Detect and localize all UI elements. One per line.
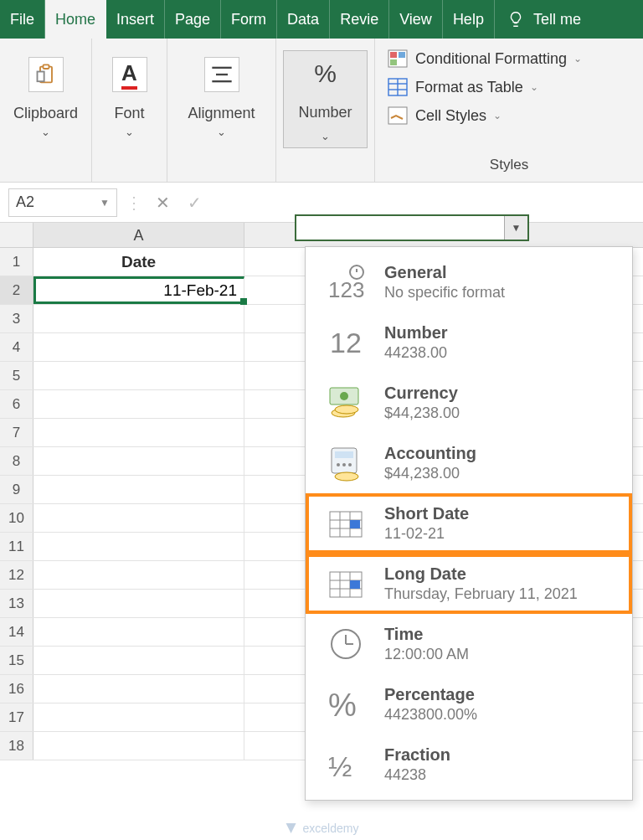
- chevron-down-icon: ⌄: [574, 53, 582, 64]
- select-all-corner[interactable]: [0, 223, 33, 247]
- cancel-formula-button[interactable]: ✕: [151, 191, 174, 214]
- row-header[interactable]: 10: [0, 504, 33, 532]
- svg-text:12: 12: [330, 327, 362, 358]
- accounting-icon: [322, 441, 369, 485]
- cell-styles-button[interactable]: Cell Styles ⌄: [383, 104, 635, 127]
- cell-styles-label: Cell Styles: [415, 107, 486, 125]
- svg-rect-1: [43, 64, 49, 69]
- format-option-number[interactable]: 12Number44238.00: [306, 312, 632, 373]
- cell-selected[interactable]: 11-Feb-21: [33, 276, 244, 304]
- cell-styles-icon: [387, 106, 409, 126]
- cell[interactable]: [33, 533, 244, 560]
- format-preview: 44238.00: [384, 344, 448, 362]
- tab-insert[interactable]: Insert: [106, 0, 165, 39]
- format-option-long-date[interactable]: Long DateThursday, February 11, 2021: [306, 554, 632, 614]
- row-header[interactable]: 8: [0, 447, 33, 475]
- cell[interactable]: [33, 419, 244, 446]
- tab-home[interactable]: Home: [45, 0, 106, 39]
- row-header[interactable]: 15: [0, 647, 33, 674]
- row-header[interactable]: 4: [0, 333, 33, 361]
- cell[interactable]: [33, 390, 244, 418]
- chevron-down-icon[interactable]: ▼: [100, 197, 110, 209]
- tab-formulas[interactable]: Form: [221, 0, 277, 39]
- cell[interactable]: [33, 618, 244, 646]
- number-format-input[interactable]: [296, 216, 504, 240]
- format-title: Percentage: [384, 685, 477, 704]
- row-header[interactable]: 7: [0, 419, 33, 446]
- cell[interactable]: [33, 590, 244, 617]
- cell[interactable]: [33, 305, 244, 332]
- group-font: A Font ⌄: [92, 39, 167, 182]
- format-option-percentage[interactable]: %Percentage4423800.00%: [306, 674, 632, 734]
- row-header[interactable]: 11: [0, 533, 33, 560]
- name-box[interactable]: A2 ▼: [8, 188, 117, 217]
- tab-file[interactable]: File: [0, 0, 45, 39]
- format-option-time[interactable]: Time12:00:00 AM: [306, 614, 632, 674]
- tell-me[interactable]: Tell me: [495, 0, 593, 39]
- cell[interactable]: [33, 476, 244, 503]
- cell[interactable]: [33, 732, 244, 760]
- cell[interactable]: [33, 647, 244, 674]
- format-title: Fraction: [384, 745, 450, 765]
- format-preview: $44,238.00: [384, 465, 476, 482]
- format-preview: Thursday, February 11, 2021: [384, 585, 578, 603]
- row-header[interactable]: 5: [0, 362, 33, 389]
- row-header[interactable]: 17: [0, 703, 33, 731]
- clipboard-button[interactable]: [7, 54, 85, 95]
- row-header[interactable]: 9: [0, 476, 33, 503]
- cell[interactable]: [33, 675, 244, 703]
- alignment-button[interactable]: [174, 54, 269, 95]
- row-header[interactable]: 6: [0, 390, 33, 418]
- cell[interactable]: [33, 447, 244, 475]
- chevron-down-icon[interactable]: ⌄: [217, 126, 226, 138]
- tab-page-layout[interactable]: Page: [165, 0, 221, 39]
- tab-review[interactable]: Revie: [330, 0, 389, 39]
- format-option-currency[interactable]: Currency$44,238.00: [306, 373, 632, 433]
- row-header[interactable]: 2: [0, 276, 33, 304]
- number-format-combobox[interactable]: ▼: [295, 214, 529, 241]
- chevron-down-icon[interactable]: ⌄: [125, 126, 134, 138]
- format-as-table-button[interactable]: Format as Table ⌄: [383, 75, 635, 99]
- format-preview: 4423800.00%: [384, 706, 477, 724]
- format-option-fraction[interactable]: ½Fraction44238: [306, 734, 632, 795]
- format-option-general[interactable]: 123GeneralNo specific format: [306, 252, 632, 312]
- time-icon: [322, 622, 369, 666]
- row-header[interactable]: 18: [0, 732, 33, 760]
- separator: ⋮: [126, 193, 142, 213]
- font-button[interactable]: A: [99, 54, 160, 95]
- cell[interactable]: [33, 362, 244, 389]
- alignment-label: Alignment: [188, 106, 255, 122]
- lightbulb-icon: [507, 10, 525, 28]
- cell[interactable]: [33, 561, 244, 589]
- cell[interactable]: [33, 703, 244, 731]
- chevron-down-icon[interactable]: ⌄: [41, 126, 50, 138]
- cell[interactable]: [33, 504, 244, 532]
- tab-data[interactable]: Data: [277, 0, 330, 39]
- format-preview: No specific format: [384, 284, 505, 301]
- row-header[interactable]: 3: [0, 305, 33, 332]
- format-preview: 44238: [384, 766, 450, 784]
- svg-rect-9: [390, 59, 397, 65]
- row-header[interactable]: 16: [0, 675, 33, 703]
- column-header-a[interactable]: A: [33, 223, 244, 247]
- svg-text:½: ½: [328, 750, 352, 782]
- row-header[interactable]: 12: [0, 561, 33, 589]
- format-option-accounting[interactable]: Accounting $44,238.00: [306, 433, 632, 493]
- format-option-short-date[interactable]: Short Date11-02-21: [306, 493, 632, 554]
- row-header[interactable]: 1: [0, 248, 33, 276]
- svg-point-26: [342, 463, 346, 466]
- name-box-value: A2: [16, 193, 34, 211]
- number-format-button[interactable]: % Number ⌄: [283, 50, 368, 148]
- font-icon: A: [112, 57, 147, 92]
- cell[interactable]: [33, 333, 244, 361]
- tab-view[interactable]: View: [389, 0, 443, 39]
- row-header[interactable]: 13: [0, 590, 33, 617]
- cell-header-date[interactable]: Date: [33, 248, 244, 276]
- row-header[interactable]: 14: [0, 618, 33, 646]
- chevron-down-icon[interactable]: ▼: [504, 216, 527, 240]
- tab-help[interactable]: Help: [443, 0, 495, 39]
- enter-formula-button[interactable]: ✓: [183, 191, 206, 214]
- conditional-formatting-button[interactable]: Conditional Formatting ⌄: [383, 47, 635, 70]
- svg-point-20: [340, 392, 348, 400]
- clipboard-icon: [28, 57, 64, 92]
